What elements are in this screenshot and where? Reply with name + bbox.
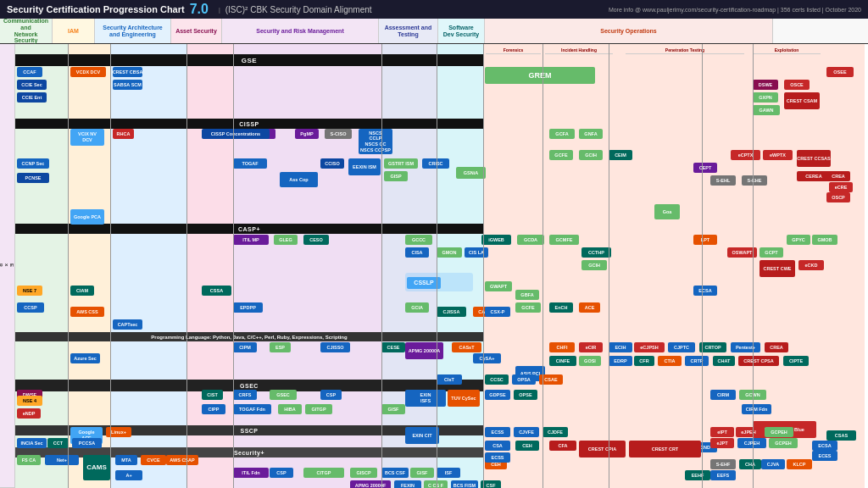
- cert-ecir[interactable]: eCIR: [579, 342, 603, 352]
- cert-cjisso[interactable]: CJISSO: [320, 342, 350, 352]
- cert-cirm-fdn[interactable]: CIRM Fdn: [742, 404, 771, 414]
- cert-crest-cpsa[interactable]: CREST CPSA: [738, 356, 779, 366]
- cert-gmob[interactable]: GMOB: [812, 235, 837, 245]
- cert-ccie-sec[interactable]: CCIE Sec: [17, 80, 47, 90]
- cert-crest-cpia[interactable]: CREST CPIA: [579, 441, 626, 458]
- cert-ccsc[interactable]: CCSC: [485, 374, 509, 385]
- cert-ccnp-sec[interactable]: CCNP Sec: [17, 158, 49, 169]
- cert-cirm[interactable]: CIRM: [710, 390, 736, 400]
- cert-gcih[interactable]: GCIH: [579, 150, 603, 160]
- cert-eexin[interactable]: EEXIN ISM: [348, 158, 381, 175]
- cert-grem[interactable]: GREM: [485, 67, 595, 84]
- cert-endp[interactable]: eNDP: [17, 408, 41, 419]
- cert-vcix[interactable]: VCIX NVDCV: [70, 129, 104, 146]
- cert-s-ciso[interactable]: S-CISO: [325, 129, 352, 139]
- cert-gcmfe[interactable]: GCMFE: [549, 235, 579, 245]
- cert-ecsa[interactable]: ECSA: [693, 286, 717, 296]
- cert-cis-la[interactable]: CIS LA: [465, 247, 488, 258]
- cert-gnfa[interactable]: GNFA: [579, 129, 603, 139]
- cert-crtop[interactable]: CRTOP: [699, 342, 726, 352]
- cert-ctia[interactable]: CTIA: [658, 356, 682, 366]
- cert-chat[interactable]: CHAT: [713, 356, 735, 366]
- cert-crtp[interactable]: CRTP: [685, 356, 709, 366]
- cert-ejpeh[interactable]: eJPEH: [736, 427, 761, 437]
- cert-csp[interactable]: CSP: [320, 390, 342, 400]
- cert-ceso[interactable]: CESO: [303, 235, 329, 245]
- cert-ccie-ent[interactable]: CCIE Ent: [17, 92, 47, 103]
- cert-ass-cop[interactable]: Ass Cop: [280, 172, 318, 187]
- cert-crest-cfa[interactable]: CFA: [549, 441, 576, 451]
- cert-gbfa[interactable]: GBFA: [515, 290, 539, 300]
- cert-network-plus[interactable]: Net+: [45, 455, 79, 465]
- cert-fsca[interactable]: FS CA: [17, 455, 41, 465]
- cert-ecss2[interactable]: ECSS: [485, 452, 510, 463]
- cert-eehf[interactable]: EEHF: [685, 470, 710, 480]
- cert-ace[interactable]: ACE: [579, 302, 600, 313]
- cert-s-ehe[interactable]: S-EHE: [742, 175, 767, 186]
- cert-hiba[interactable]: HIBA: [278, 404, 302, 414]
- cert-itil-fdn[interactable]: ITIL Fdn: [233, 468, 269, 478]
- cert-s-ehf[interactable]: S-EHF: [710, 459, 736, 469]
- cert-incia[interactable]: INCIA Sec: [17, 438, 47, 448]
- cert-gsec[interactable]: GSEC: [270, 390, 297, 400]
- cert-cjva[interactable]: CJVA: [761, 459, 785, 469]
- cert-bcs-csf[interactable]: BCS CSF: [381, 468, 409, 478]
- cert-ciam[interactable]: CIAM: [70, 286, 94, 296]
- cert-opse[interactable]: OPSE: [514, 390, 537, 400]
- cert-tuv-cysec[interactable]: TUV CySec: [448, 390, 480, 407]
- cert-cjdfe[interactable]: CJDFE: [542, 427, 568, 437]
- cert-chfi[interactable]: CHFI: [549, 342, 575, 352]
- cert-crest-cwe[interactable]: CREST CWE: [760, 260, 795, 277]
- cert-gisf[interactable]: GISF: [381, 404, 405, 414]
- cert-crisc[interactable]: CRISC: [422, 158, 449, 169]
- cert-lpt[interactable]: LPT: [693, 235, 717, 245]
- cert-gpyc[interactable]: GPYC: [787, 235, 810, 245]
- cert-cct[interactable]: CCT: [47, 438, 69, 448]
- cert-sabsa-scm[interactable]: SABSA SCM: [113, 80, 142, 90]
- cert-gxpn[interactable]: GXPN: [753, 92, 778, 103]
- cert-ecss[interactable]: ECSS: [485, 427, 510, 437]
- cert-cams[interactable]: CAMS: [83, 455, 110, 480]
- cert-giscp[interactable]: GISCP: [350, 468, 377, 478]
- cert-gcfe[interactable]: GCFE: [549, 150, 573, 160]
- cert-gcpeh2[interactable]: GCPEH: [769, 438, 798, 448]
- cert-apmg20000[interactable]: APMG 20000A: [405, 342, 443, 359]
- cert-gcpt[interactable]: GCPT: [760, 247, 783, 258]
- cert-cisa[interactable]: CISA: [405, 247, 429, 258]
- cert-cese[interactable]: CESE: [381, 342, 405, 352]
- cert-gsnia[interactable]: GSNiA: [456, 167, 486, 179]
- cert-gleg[interactable]: GLEG: [274, 235, 298, 245]
- cert-s-ehl[interactable]: S-EHL: [710, 175, 736, 186]
- cert-gdpse[interactable]: GDPSE: [485, 390, 510, 400]
- cert-itil-mp[interactable]: ITIL MP: [233, 235, 269, 245]
- cert-goa[interactable]: Goa: [654, 204, 680, 219]
- cert-ccsf[interactable]: C CS F: [424, 480, 448, 488]
- cert-togaf-fdn[interactable]: TOGAF Fdn: [233, 404, 271, 414]
- cert-gwapt[interactable]: GWAPT: [485, 281, 512, 291]
- cert-fexin[interactable]: FEXIN: [394, 480, 421, 488]
- cert-csx-p[interactable]: CSX-P: [485, 307, 510, 317]
- cert-crest-crt[interactable]: CREST CRT: [629, 441, 701, 458]
- cert-cinfe[interactable]: CINFE: [549, 356, 576, 366]
- cert-cssa[interactable]: CSSA: [202, 286, 231, 296]
- cert-csslp[interactable]: CSSLP: [407, 277, 441, 289]
- cert-ccthp[interactable]: CCTHP: [581, 247, 611, 258]
- cert-cvce[interactable]: CVCE: [141, 455, 166, 465]
- cert-comptia-aplus[interactable]: A+: [115, 470, 142, 480]
- cert-ewptx[interactable]: eWPTX: [763, 150, 793, 160]
- cert-ecih[interactable]: ECIH: [609, 342, 632, 352]
- cert-crfs[interactable]: CRFS: [233, 390, 257, 400]
- cert-eipt[interactable]: eIPT: [710, 427, 734, 437]
- cert-csap[interactable]: CSP: [270, 468, 293, 478]
- cert-bcs-fism[interactable]: BCS FISM: [451, 480, 478, 488]
- cert-ccaf[interactable]: CCAF: [17, 67, 42, 77]
- cert-gcfa[interactable]: GCFA: [549, 129, 575, 139]
- cert-oscp[interactable]: OSCP: [826, 192, 850, 202]
- cert-ecjpsh[interactable]: eCJPSH: [634, 342, 665, 352]
- cert-dswe[interactable]: DSWE: [753, 80, 778, 90]
- cert-apmg-fdn[interactable]: APMG 20000F: [350, 480, 391, 488]
- cert-igweb[interactable]: iGWEB: [481, 235, 511, 245]
- cert-eefs[interactable]: EEFS: [710, 470, 736, 480]
- cert-gosi[interactable]: GOSI: [579, 356, 601, 366]
- cert-esp[interactable]: ESP: [270, 342, 291, 352]
